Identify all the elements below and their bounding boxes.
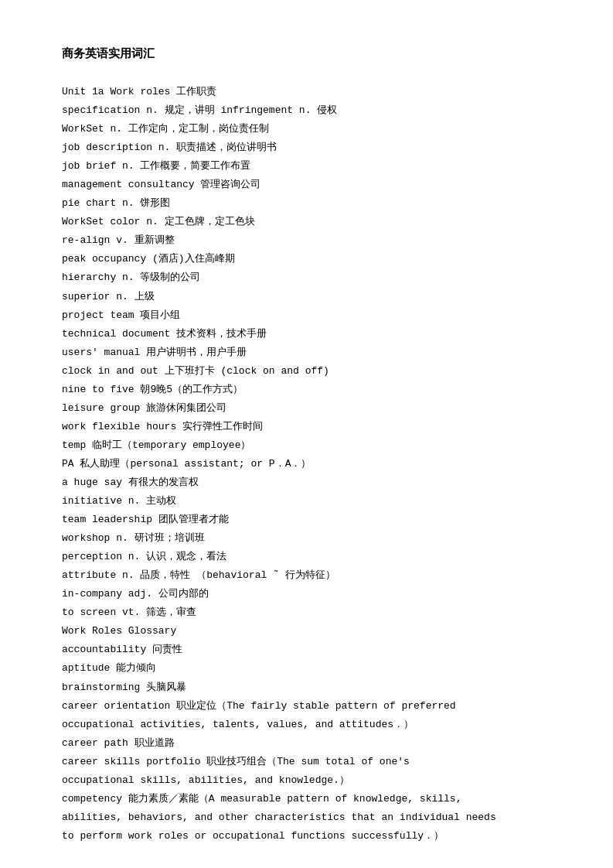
content-line: Work Roles Glossary xyxy=(62,622,551,641)
content-line: WorkSet color n. 定工色牌，定工色块 xyxy=(62,213,551,231)
content-line: career orientation 职业定位（The fairly stabl… xyxy=(62,697,551,716)
content-line: career path 职业道路 xyxy=(62,734,551,753)
content-line: a huge say 有很大的发言权 xyxy=(62,473,551,492)
content-line: specification n. 规定，讲明 infringement n. 侵… xyxy=(62,101,551,120)
content-line: attribute n. 品质，特性 （behavioral ˜ 行为特征） xyxy=(62,566,551,585)
content-line: temp 临时工（temporary employee） xyxy=(62,436,551,455)
content-line: occupational activities, talents, values… xyxy=(62,716,551,734)
content-line: technical document 技术资料，技术手册 xyxy=(62,325,551,343)
content-line: work flexible hours 实行弹性工作时间 xyxy=(62,418,551,436)
content-line: pie chart n. 饼形图 xyxy=(62,194,551,213)
content-line: superior n. 上级 xyxy=(62,288,551,306)
content-line: abilities, behaviors, and other characte… xyxy=(62,808,551,827)
content-line: job brief n. 工作概要，简要工作布置 xyxy=(62,157,551,176)
content-area: Unit 1a Work roles 工作职责specification n. … xyxy=(62,83,551,846)
content-line: to perform work roles or occupational fu… xyxy=(62,827,551,846)
content-line: leisure group 旅游休闲集团公司 xyxy=(62,399,551,418)
content-line: nine to five 朝9晚5（的工作方式） xyxy=(62,381,551,399)
page-title: 商务英语实用词汇 xyxy=(62,46,551,61)
content-line: perception n. 认识，观念，看法 xyxy=(62,548,551,566)
content-line: to screen vt. 筛选，审查 xyxy=(62,603,551,622)
content-line: project team 项目小组 xyxy=(62,306,551,325)
content-line: team leadership 团队管理者才能 xyxy=(62,511,551,529)
content-line: occupational skills, abilities, and know… xyxy=(62,771,551,790)
content-line: management consultancy 管理咨询公司 xyxy=(62,176,551,194)
content-line: peak occupancy (酒店)入住高峰期 xyxy=(62,250,551,268)
content-line: competency 能力素质／素能（A measurable pattern … xyxy=(62,790,551,808)
content-line: WorkSet n. 工作定向，定工制，岗位责任制 xyxy=(62,120,551,138)
content-line: Unit 1a Work roles 工作职责 xyxy=(62,83,551,101)
content-line: re-align v. 重新调整 xyxy=(62,231,551,250)
content-line: PA 私人助理（personal assistant; or P．A．） xyxy=(62,455,551,473)
content-line: initiative n. 主动权 xyxy=(62,492,551,511)
content-line: accountability 问责性 xyxy=(62,641,551,659)
content-line: clock in and out 上下班打卡 (clock on and off… xyxy=(62,362,551,381)
content-line: aptitude 能力倾向 xyxy=(62,659,551,678)
content-line: users' manual 用户讲明书，用户手册 xyxy=(62,343,551,362)
content-line: hierarchy n. 等级制的公司 xyxy=(62,268,551,287)
content-line: brainstorming 头脑风暴 xyxy=(62,678,551,697)
content-line: workshop n. 研讨班；培训班 xyxy=(62,529,551,548)
content-line: in-company adj. 公司内部的 xyxy=(62,585,551,603)
content-line: job description n. 职责描述，岗位讲明书 xyxy=(62,138,551,157)
content-line: career skills portfolio 职业技巧组合（The sum t… xyxy=(62,753,551,771)
